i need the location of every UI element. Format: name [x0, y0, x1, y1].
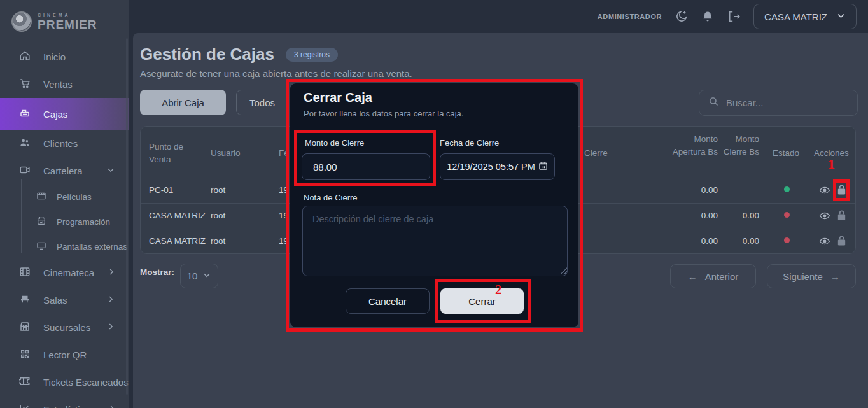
eye-icon[interactable] — [819, 185, 830, 196]
logout-icon[interactable] — [727, 10, 741, 24]
calendar-icon — [538, 161, 548, 172]
arrow-left-icon: ← — [688, 271, 697, 282]
chevron-down-icon — [202, 271, 211, 281]
lock-icon[interactable] — [836, 184, 847, 196]
annotation-step-2: 2 — [495, 282, 502, 298]
monto-cierre-label: Monto de Cierre — [305, 138, 364, 148]
cell-punto-venta: CASA MATRIZ — [149, 236, 206, 246]
qr-icon — [19, 348, 31, 362]
col-header-usuario: Usuario — [211, 147, 241, 160]
sidebar-item-ventas[interactable]: Ventas — [0, 71, 129, 98]
nota-cierre-textarea[interactable] — [302, 206, 568, 276]
cell-punto-venta: PC-01 — [149, 185, 173, 195]
cart-icon — [19, 78, 31, 91]
cell-usuario: root — [211, 211, 225, 220]
cell-usuario: root — [211, 236, 225, 246]
page-size-label: Mostrar: — [140, 267, 174, 277]
search-icon — [708, 96, 719, 109]
branch-selector-dropdown[interactable]: CASA MATRIZ — [753, 4, 857, 29]
sidebar-item-cajas[interactable]: Cajas — [0, 98, 129, 130]
col-header-estado: Estado — [773, 147, 799, 160]
col-header-monto-cierre: Monto Cierre Bs — [717, 133, 759, 159]
screen-icon — [36, 241, 46, 253]
topbar: ADMINISTRADOR CASA MATRIZ — [129, 0, 868, 33]
lock-icon[interactable] — [836, 235, 847, 247]
user-role-label: ADMINISTRADOR — [598, 13, 662, 20]
sidebar-item-cinemateca[interactable]: Cinemateca — [0, 259, 129, 286]
sidebar-item-peliculas[interactable]: Películas — [0, 185, 129, 209]
logo-premier-text: PREMIER — [38, 18, 97, 31]
logo-cinema-text: CINEMA — [38, 13, 97, 17]
status-dot — [784, 237, 790, 243]
search-box[interactable] — [699, 90, 858, 116]
lock-icon[interactable] — [836, 209, 847, 222]
previous-page-button[interactable]: ← Anterior — [670, 264, 756, 288]
monto-cierre-input[interactable] — [302, 153, 430, 180]
submenu-indent-line — [21, 179, 22, 253]
status-dot — [784, 186, 790, 192]
sidebar-item-salas[interactable]: Salas — [0, 286, 129, 314]
film-icon — [36, 191, 46, 203]
notifications-bell-icon[interactable] — [701, 10, 714, 23]
abrir-caja-button[interactable]: Abrir Caja — [140, 90, 226, 115]
modal-subtitle: Por favor llena los datos para cerrar la… — [304, 109, 463, 118]
dark-mode-moon-icon[interactable] — [675, 10, 689, 24]
chevron-down-icon — [836, 11, 846, 22]
app-logo: CINEMA PREMIER — [0, 0, 129, 36]
sidebar-item-tickets-escaneados[interactable]: Tickets Escaneados — [0, 369, 129, 396]
cell-monto-apertura: 0.00 — [672, 185, 718, 195]
seat-icon — [19, 293, 31, 307]
sidebar-item-programacion[interactable]: Programación — [0, 209, 129, 234]
sidebar: CINEMA PREMIER Inicio Ventas Cajas Clien… — [0, 0, 129, 408]
stats-icon — [19, 403, 31, 408]
nota-cierre-label: Nota de Cierre — [304, 193, 358, 202]
status-dot — [784, 212, 790, 218]
users-icon — [19, 137, 31, 150]
search-input[interactable] — [726, 97, 841, 108]
cerrar-button[interactable]: Cerrar — [440, 288, 524, 314]
cell-monto-cierre: 0.00 — [717, 211, 759, 220]
fecha-cierre-input[interactable]: 12/19/2025 05:57 PM — [440, 153, 555, 180]
store-icon — [19, 321, 31, 334]
chevron-right-icon — [107, 267, 116, 278]
sidebar-item-cartelera[interactable]: Cartelera — [0, 157, 129, 185]
cell-monto-apertura: 0.00 — [672, 211, 718, 220]
cash-register-icon — [19, 108, 31, 121]
home-icon — [19, 50, 31, 64]
ticket-icon — [19, 376, 31, 389]
chevron-right-icon — [106, 295, 115, 306]
premier-logo-icon — [11, 11, 32, 32]
chevron-down-icon — [106, 165, 115, 176]
billboard-icon — [19, 164, 31, 178]
page-title: Gestión de Cajas — [140, 45, 274, 64]
eye-icon[interactable] — [819, 210, 830, 222]
sidebar-item-pantallas-externas[interactable]: Pantallas externas — [0, 234, 129, 259]
calendar-icon — [36, 216, 46, 228]
modal-title: Cerrar Caja — [304, 90, 372, 105]
col-header-monto-apertura: Monto Apertura Bs — [672, 133, 718, 159]
sidebar-item-sucursales[interactable]: Sucursales — [0, 314, 129, 341]
sidebar-item-clientes[interactable]: Clientes — [0, 130, 129, 157]
page-size-dropdown[interactable]: 10 — [180, 264, 218, 288]
cell-monto-apertura: 0.00 — [672, 236, 718, 246]
fecha-cierre-label: Fecha de Cierre — [440, 138, 499, 148]
cerrar-caja-modal: Cerrar Caja Por favor llena los datos pa… — [290, 83, 578, 327]
filmstrip-icon — [19, 266, 31, 279]
cancelar-button[interactable]: Cancelar — [346, 288, 430, 314]
sidebar-scrollbar[interactable] — [126, 38, 128, 395]
sidebar-item-estadisticas[interactable]: Estadísticas — [0, 396, 129, 408]
page-subtitle: Asegurate de tener una caja abierta ante… — [140, 68, 412, 79]
chevron-right-icon — [106, 322, 115, 333]
sidebar-item-lector-qr[interactable]: Lector QR — [0, 341, 129, 369]
col-header-punto-de-venta: Punto de Venta — [149, 141, 200, 167]
col-header-fecha-cierre-truncated: Cierre — [584, 147, 608, 160]
next-page-button[interactable]: Siguiente → — [767, 264, 856, 288]
sidebar-item-inicio[interactable]: Inicio — [0, 43, 129, 71]
eye-icon[interactable] — [819, 236, 830, 247]
annotation-step-1: 1 — [828, 156, 835, 172]
cell-punto-venta: CASA MATRIZ — [149, 211, 206, 220]
cell-monto-cierre: 0.00 — [717, 236, 759, 246]
cell-usuario: root — [211, 185, 225, 195]
arrow-right-icon: → — [830, 271, 840, 282]
chevron-right-icon — [108, 404, 116, 408]
